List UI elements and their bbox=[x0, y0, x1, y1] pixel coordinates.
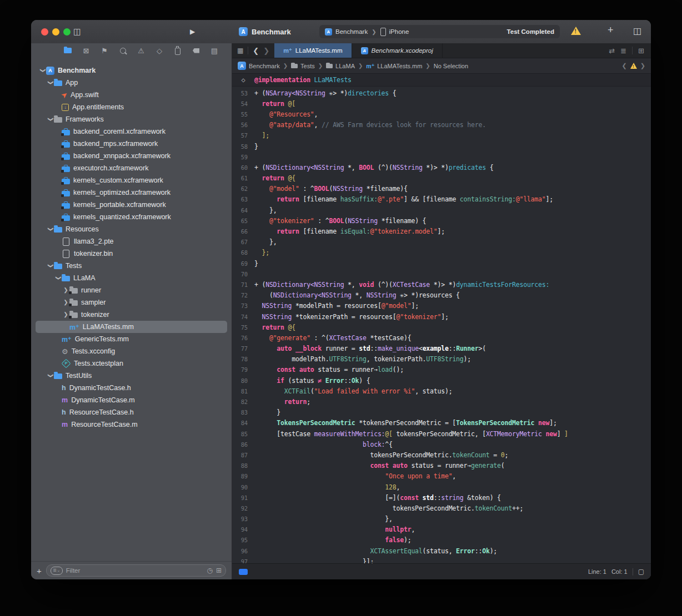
scheme-destination[interactable]: iPhone bbox=[389, 28, 409, 35]
line-number[interactable]: 79 bbox=[232, 366, 250, 373]
code-line-89[interactable]: 89 "Once upon a time", bbox=[232, 471, 651, 482]
line-number[interactable]: 70 bbox=[232, 271, 250, 277]
breadcrumb-item-no-selection[interactable]: No Selection bbox=[434, 63, 468, 69]
line-number[interactable]: 65 bbox=[232, 218, 250, 224]
line-number[interactable]: 97 bbox=[232, 558, 250, 563]
line-number[interactable]: 96 bbox=[232, 548, 250, 554]
tree-row-llamatests-mm[interactable]: m⁺LLaMATests.mm bbox=[36, 321, 227, 333]
tree-row-tokenizer-bin[interactable]: tokenizer.bin bbox=[36, 248, 227, 260]
code-line-58[interactable]: 58} bbox=[232, 141, 651, 152]
filter-field[interactable]: ☰⌄ Filter ◷ ⊞ bbox=[46, 564, 226, 577]
code-line-78[interactable]: 78 modelPath.UTF8String, tokenizerPath.U… bbox=[232, 354, 651, 365]
tree-row-benchmark[interactable]: ❯ABenchmark bbox=[36, 64, 227, 77]
line-number[interactable]: 80 bbox=[232, 377, 250, 384]
tree-row-app-swift[interactable]: ➤App.swift bbox=[36, 89, 227, 101]
code-line-90[interactable]: 90 128, bbox=[232, 482, 651, 492]
tree-row-resources[interactable]: ❯Resources bbox=[36, 223, 227, 235]
line-number[interactable]: 88 bbox=[232, 462, 250, 469]
code-line-85[interactable]: 85 [testCase measureWithMetrics:@[ token… bbox=[232, 428, 651, 439]
tree-row-backend-coreml-xcframework[interactable]: backend_coreml.xcframework bbox=[36, 125, 227, 138]
breakpoint-navigator-icon[interactable] bbox=[192, 46, 200, 55]
code-line-79[interactable]: 79 const auto status = runner→load(); bbox=[232, 365, 651, 375]
code-line-65[interactable]: 65 @"tokenizer" : ^BOOL(NSString *filena… bbox=[232, 215, 651, 226]
tree-row-tests-xcconfig[interactable]: ⚙Tests.xcconfig bbox=[36, 345, 227, 357]
scm-status-filter-icon[interactable]: ⊞ bbox=[216, 567, 222, 574]
recent-files-clock-icon[interactable]: ◷ bbox=[207, 567, 212, 574]
report-navigator-icon[interactable]: ▤ bbox=[210, 46, 219, 55]
add-file-button[interactable]: + bbox=[37, 566, 42, 575]
line-number[interactable]: 57 bbox=[232, 132, 250, 139]
line-number[interactable]: 84 bbox=[232, 420, 250, 426]
breadcrumb-item-llamatests-mm[interactable]: m⁺LLaMATests.mm bbox=[366, 63, 422, 69]
tree-row-sampler[interactable]: ❯sampler bbox=[36, 296, 227, 309]
code-line-77[interactable]: 77 auto __block runner = std::make_uniqu… bbox=[232, 344, 651, 354]
line-number[interactable]: 94 bbox=[232, 526, 250, 533]
scheme-selector[interactable]: A Benchmark ❯ iPhone Test Completed bbox=[319, 25, 560, 38]
breakpoint-chip-icon[interactable] bbox=[239, 569, 248, 575]
code-line-74[interactable]: 74 NSString *tokenizerPath = resources[@… bbox=[232, 311, 651, 322]
tree-row-kernels-portable-xcframework[interactable]: kernels_portable.xcframework bbox=[36, 199, 227, 211]
test-diamond-icon[interactable]: ◇ bbox=[232, 76, 254, 84]
code-line-80[interactable]: 80 if (status ≠ Error::Ok) { bbox=[232, 375, 651, 386]
tree-row-executorch-xcframework[interactable]: executorch.xcframework bbox=[36, 162, 227, 174]
chevron-down-icon[interactable]: ❯ bbox=[56, 275, 61, 282]
code-line-64[interactable]: 64 }, bbox=[232, 205, 651, 215]
tree-row-llama3-2-pte[interactable]: llama3_2.pte bbox=[36, 235, 227, 248]
line-number[interactable]: 60 bbox=[232, 164, 250, 171]
minimap-icon[interactable]: ≣ bbox=[620, 47, 626, 55]
test-navigator-icon[interactable]: ◇ bbox=[155, 46, 164, 55]
tree-row-tests-xctestplan[interactable]: PTests.xctestplan bbox=[36, 357, 227, 370]
code-line-70[interactable]: 70 bbox=[232, 269, 651, 279]
add-button[interactable]: + bbox=[608, 26, 614, 34]
line-number[interactable]: 61 bbox=[232, 175, 250, 181]
code-line-83[interactable]: 83 } bbox=[232, 407, 651, 418]
zoom-window-button[interactable] bbox=[63, 28, 71, 36]
find-navigator-icon[interactable] bbox=[118, 46, 127, 55]
code-line-97[interactable]: 97 }]; bbox=[232, 556, 651, 563]
chevron-down-icon[interactable]: ❯ bbox=[48, 372, 53, 380]
code-line-53[interactable]: 53+ (NSArray<NSString ✳> *)directories { bbox=[232, 88, 651, 98]
line-number[interactable]: 89 bbox=[232, 473, 250, 479]
tree-row-backend-xnnpack-xcframework[interactable]: backend_xnnpack.xcframework bbox=[36, 150, 227, 162]
tree-row-resourcetestcase-m[interactable]: mResourceTestCase.m bbox=[36, 418, 227, 431]
line-number[interactable]: 91 bbox=[232, 494, 250, 501]
line-number[interactable]: 68 bbox=[232, 249, 250, 256]
tree-row-generictests-mm[interactable]: m⁺GenericTests.mm bbox=[36, 333, 227, 345]
line-number[interactable]: 95 bbox=[232, 537, 250, 543]
filter-icon[interactable]: ☰⌄ bbox=[51, 567, 63, 575]
editor-layout-icon[interactable]: ◫ bbox=[633, 27, 641, 35]
line-number[interactable]: 53 bbox=[232, 90, 250, 97]
run-button[interactable]: ▶ bbox=[190, 28, 195, 36]
code-line-92[interactable]: 92 tokensPerSecondMetric.tokenCount++; bbox=[232, 503, 651, 513]
go-forward-icon[interactable]: ❯ bbox=[263, 47, 269, 55]
line-number[interactable]: 54 bbox=[232, 100, 250, 107]
debug-navigator-icon[interactable] bbox=[173, 46, 182, 55]
code-line-96[interactable]: 96 XCTAssertEqual(status, Error::Ok); bbox=[232, 546, 651, 556]
code-line-63[interactable]: 63 return [filename hasSuffix:@".pte"] &… bbox=[232, 194, 651, 205]
line-number[interactable]: 73 bbox=[232, 302, 250, 309]
chevron-down-icon[interactable]: ❯ bbox=[40, 67, 46, 74]
code-line-62[interactable]: 62 @"model" : ^BOOL(NSString *filename){ bbox=[232, 184, 651, 194]
line-number[interactable]: 66 bbox=[232, 228, 250, 235]
line-number[interactable]: 74 bbox=[232, 314, 250, 320]
tree-row-app-entitlements[interactable]: ↓App.entitlements bbox=[36, 101, 227, 113]
line-number[interactable]: 81 bbox=[232, 388, 250, 395]
swap-editor-icon[interactable]: ⇄ bbox=[609, 47, 615, 55]
line-number[interactable]: 86 bbox=[232, 441, 250, 448]
line-number[interactable]: 72 bbox=[232, 292, 250, 299]
line-number[interactable]: 90 bbox=[232, 484, 250, 491]
code-line-54[interactable]: 54 return @[ bbox=[232, 98, 651, 109]
line-number[interactable]: 62 bbox=[232, 185, 250, 192]
code-line-95[interactable]: 95 false); bbox=[232, 535, 651, 546]
code-line-55[interactable]: 55 @"Resources", bbox=[232, 109, 651, 119]
line-number[interactable]: 63 bbox=[232, 196, 250, 203]
line-number[interactable]: 83 bbox=[232, 409, 250, 416]
code-line-76[interactable]: 76 @"generate" : ^(XCTestCase *testCase)… bbox=[232, 332, 651, 343]
breadcrumb-item-tests[interactable]: Tests bbox=[291, 63, 315, 69]
tree-row-tests[interactable]: ❯Tests bbox=[36, 260, 227, 272]
breadcrumb-item-llama[interactable]: LLaMA bbox=[326, 63, 355, 69]
tree-row-llama[interactable]: ❯LLaMA bbox=[36, 272, 227, 284]
line-number[interactable]: 56 bbox=[232, 122, 250, 128]
code-line-68[interactable]: 68 }; bbox=[232, 248, 651, 258]
tree-row-dynamictestcase-h[interactable]: hDynamicTestCase.h bbox=[36, 382, 227, 394]
